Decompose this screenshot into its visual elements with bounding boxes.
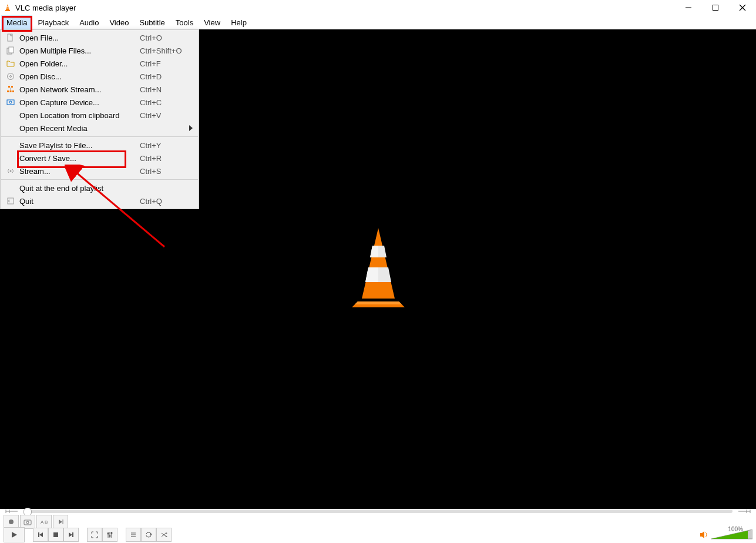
svg-rect-19 bbox=[9, 47, 14, 53]
svg-marker-30 bbox=[189, 125, 193, 131]
menu-tools[interactable]: Tools bbox=[170, 15, 199, 29]
svg-point-59 bbox=[111, 532, 113, 534]
playlist-button[interactable] bbox=[126, 528, 141, 542]
time-start-icon bbox=[5, 508, 19, 514]
menuitem-label: Open Location from clipboard bbox=[17, 111, 140, 120]
titlebar: VLC media player bbox=[0, 0, 756, 15]
menuitem-label: Quit bbox=[17, 197, 140, 206]
menuitem-open-location-from-clipboard[interactable]: Open Location from clipboardCtrl+V bbox=[1, 109, 199, 122]
svg-rect-23 bbox=[11, 86, 13, 88]
menu-subtitle[interactable]: Subtitle bbox=[134, 15, 170, 29]
svg-rect-2 bbox=[6, 6, 9, 6]
menu-video[interactable]: Video bbox=[104, 15, 134, 29]
svg-marker-52 bbox=[69, 532, 72, 537]
menuitem-label: Open Capture Device... bbox=[17, 98, 140, 107]
menuitem-label: Open Recent Media bbox=[17, 124, 140, 133]
menu-playback[interactable]: Playback bbox=[32, 15, 74, 29]
svg-rect-5 bbox=[713, 5, 718, 11]
svg-rect-26 bbox=[12, 90, 14, 92]
menu-view[interactable]: View bbox=[199, 15, 226, 29]
svg-point-21 bbox=[10, 76, 12, 78]
loop-ab-button[interactable]: AB bbox=[36, 515, 52, 529]
file-icon bbox=[4, 33, 17, 42]
minimize-button[interactable] bbox=[675, 0, 702, 15]
svg-marker-15 bbox=[370, 246, 378, 257]
svg-rect-24 bbox=[7, 90, 9, 92]
menuitem-label: Stream... bbox=[17, 167, 140, 176]
speaker-icon[interactable] bbox=[700, 531, 709, 539]
close-button[interactable] bbox=[729, 0, 756, 15]
svg-rect-28 bbox=[7, 100, 14, 105]
stop-button[interactable] bbox=[48, 528, 63, 542]
menuitem-open-disc[interactable]: Open Disc...Ctrl+D bbox=[1, 70, 199, 83]
media-menu-dropdown: Open File...Ctrl+OOpen Multiple Files...… bbox=[0, 29, 199, 209]
menuitem-stream[interactable]: Stream...Ctrl+S bbox=[1, 165, 199, 177]
svg-marker-10 bbox=[355, 301, 402, 304]
capture-icon bbox=[4, 98, 17, 106]
shuffle-button[interactable] bbox=[156, 528, 172, 542]
menuitem-open-folder[interactable]: Open Folder...Ctrl+F bbox=[1, 57, 199, 70]
svg-marker-64 bbox=[166, 532, 167, 534]
play-button[interactable] bbox=[4, 527, 25, 542]
menuitem-open-file[interactable]: Open File...Ctrl+O bbox=[1, 31, 199, 44]
svg-marker-0 bbox=[6, 4, 9, 10]
menuitem-label: Open Disc... bbox=[17, 72, 140, 81]
svg-rect-22 bbox=[8, 86, 10, 88]
menuitem-shortcut: Ctrl+O bbox=[140, 33, 193, 42]
menuitem-open-network-stream[interactable]: Open Network Stream...Ctrl+N bbox=[1, 83, 199, 96]
menuitem-label: Convert / Save... bbox=[17, 154, 140, 163]
svg-marker-66 bbox=[700, 531, 704, 538]
svg-point-41 bbox=[9, 519, 14, 524]
menuitem-convert-save[interactable]: Convert / Save...Ctrl+R bbox=[1, 152, 199, 165]
main-toolbar bbox=[4, 528, 752, 542]
menuitem-quit[interactable]: QuitCtrl+Q bbox=[1, 195, 199, 207]
vlc-cone-logo bbox=[337, 225, 419, 313]
svg-text:B: B bbox=[45, 519, 48, 525]
svg-rect-51 bbox=[53, 532, 58, 537]
menuitem-open-multiple-files[interactable]: Open Multiple Files...Ctrl+Shift+O bbox=[1, 44, 199, 57]
menuitem-open-recent-media[interactable]: Open Recent Media bbox=[1, 122, 199, 135]
svg-marker-49 bbox=[39, 532, 43, 537]
quit-icon bbox=[4, 197, 17, 205]
svg-point-57 bbox=[107, 533, 109, 535]
menu-help[interactable]: Help bbox=[226, 15, 252, 29]
window-title: VLC media player bbox=[15, 4, 76, 12]
prev-button[interactable] bbox=[33, 528, 48, 542]
svg-point-58 bbox=[109, 535, 111, 537]
stream-icon bbox=[4, 167, 17, 175]
menuitem-shortcut: Ctrl+V bbox=[140, 111, 193, 120]
menuitem-open-capture-device[interactable]: Open Capture Device...Ctrl+C bbox=[1, 96, 199, 109]
next-button[interactable] bbox=[63, 528, 79, 542]
menuitem-label: Quit at the end of playlist bbox=[17, 184, 140, 193]
menuitem-save-playlist-to-file[interactable]: Save Playlist to File...Ctrl+Y bbox=[1, 139, 199, 152]
menuitem-shortcut: Ctrl+Y bbox=[140, 141, 193, 150]
svg-rect-42 bbox=[24, 520, 31, 525]
menuitem-label: Open Multiple Files... bbox=[17, 46, 140, 55]
menuitem-shortcut: Ctrl+F bbox=[140, 59, 193, 68]
files-icon bbox=[4, 46, 17, 55]
settings-button[interactable] bbox=[102, 528, 117, 542]
svg-text:A: A bbox=[41, 519, 44, 525]
loop-button[interactable] bbox=[141, 528, 156, 542]
svg-rect-3 bbox=[6, 8, 9, 8]
menu-audio[interactable]: Audio bbox=[74, 15, 104, 29]
menuitem-label: Open Network Stream... bbox=[17, 85, 140, 94]
disc-icon bbox=[4, 72, 17, 81]
menuitem-quit-at-the-end-of-playlist[interactable]: Quit at the end of playlist bbox=[1, 182, 199, 195]
menuitem-shortcut: Ctrl+C bbox=[140, 98, 193, 107]
svg-marker-46 bbox=[59, 519, 62, 524]
fullscreen-button[interactable] bbox=[87, 528, 102, 542]
menu-media[interactable]: Media bbox=[1, 15, 32, 29]
frame-step-button[interactable] bbox=[53, 515, 68, 529]
svg-point-31 bbox=[10, 170, 12, 172]
seek-track[interactable] bbox=[23, 510, 733, 513]
menuitem-label: Open File... bbox=[17, 33, 140, 42]
maximize-button[interactable] bbox=[702, 0, 729, 15]
svg-point-43 bbox=[26, 521, 29, 524]
svg-point-29 bbox=[9, 101, 12, 103]
menuitem-shortcut: Ctrl+N bbox=[140, 85, 193, 94]
svg-rect-1 bbox=[5, 10, 10, 11]
secondary-toolbar: AB bbox=[4, 515, 68, 528]
svg-marker-65 bbox=[166, 535, 167, 537]
menuitem-label: Open Folder... bbox=[17, 59, 140, 68]
